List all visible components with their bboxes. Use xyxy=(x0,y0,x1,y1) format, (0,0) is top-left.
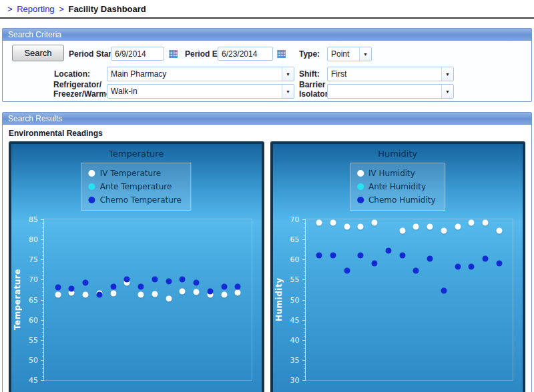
y-tick-label: 85 xyxy=(18,215,38,224)
y-axis-minor-tick xyxy=(42,255,44,256)
y-axis-minor-tick xyxy=(42,243,44,244)
y-axis-minor-tick xyxy=(42,372,44,373)
y-axis-minor-tick xyxy=(304,312,306,313)
y-axis-minor-tick xyxy=(304,287,306,288)
y-axis-minor-tick xyxy=(42,287,44,288)
y-axis-minor-tick xyxy=(304,283,306,284)
y-axis-minor-tick xyxy=(304,352,306,353)
y-axis-minor-tick xyxy=(304,356,306,357)
y-axis-minor-tick xyxy=(304,231,306,232)
y-axis-major-tick xyxy=(302,219,306,220)
y-axis-minor-tick xyxy=(304,227,306,228)
shift-dropdown[interactable]: First ▼ xyxy=(327,67,454,81)
data-point xyxy=(221,283,227,289)
y-axis-minor-tick xyxy=(42,271,44,272)
y-axis-minor-tick xyxy=(304,267,306,268)
y-axis-minor-tick xyxy=(304,364,306,365)
y-axis-minor-tick xyxy=(304,368,306,369)
y-tick-label: 50 xyxy=(18,355,38,364)
temperature-chart: Temperature IV TemperatureAnte Temperatu… xyxy=(9,141,264,392)
y-axis-minor-tick xyxy=(42,328,44,329)
data-point xyxy=(496,260,502,266)
search-criteria-body: Search Period Start: Period End: Type: P… xyxy=(3,41,531,101)
calendar-icon[interactable] xyxy=(276,47,288,59)
search-button[interactable]: Search xyxy=(12,45,64,61)
search-criteria-panel: Search Criteria Search Period Start: Per… xyxy=(2,28,532,102)
legend-item: IV Humidity xyxy=(357,167,436,180)
humidity-chart: Humidity IV HumidityAnte HumidityChemo H… xyxy=(270,141,526,392)
y-tick-label: 35 xyxy=(280,355,300,364)
data-point xyxy=(55,291,61,297)
y-axis-minor-tick xyxy=(304,275,306,276)
chevron-down-icon[interactable]: ▼ xyxy=(282,85,294,98)
calendar-icon[interactable] xyxy=(168,47,180,59)
y-axis-minor-tick xyxy=(42,291,44,292)
type-dropdown[interactable]: Point ▼ xyxy=(327,47,372,61)
y-tick-label: 60 xyxy=(18,315,38,324)
location-dropdown[interactable]: Main Pharmacy ▼ xyxy=(107,67,294,81)
y-axis-major-tick xyxy=(41,300,44,301)
y-tick-label: 45 xyxy=(280,315,300,324)
y-axis-minor-tick xyxy=(42,308,44,309)
y-axis-minor-tick xyxy=(304,344,306,345)
y-axis-major-tick xyxy=(302,380,306,381)
data-point xyxy=(110,284,116,290)
period-end-input[interactable] xyxy=(218,47,273,61)
chevron-down-icon[interactable]: ▼ xyxy=(282,67,294,81)
y-axis-major-tick xyxy=(302,320,306,321)
y-axis-minor-tick xyxy=(42,235,44,236)
barrier-isolator-dropdown[interactable]: ▼ xyxy=(327,84,454,99)
barrier-isolator-label: BarrierIsolator: xyxy=(299,80,330,99)
data-point xyxy=(166,296,172,302)
y-tick-label: 70 xyxy=(18,275,38,284)
legend-label: Ante Temperature xyxy=(100,182,172,191)
data-point xyxy=(330,220,336,226)
y-tick-label: 70 xyxy=(280,215,300,224)
y-axis-minor-tick xyxy=(42,344,44,345)
chevron-down-icon[interactable]: ▼ xyxy=(359,47,371,61)
refrigerator-dropdown[interactable]: Walk-in ▼ xyxy=(107,84,294,99)
chevron-down-icon[interactable]: ▼ xyxy=(441,67,453,81)
y-axis-minor-tick xyxy=(42,223,44,224)
chart-legend: IV HumidityAnte HumidityChemo Humidity xyxy=(350,163,446,211)
data-point xyxy=(83,279,89,285)
y-axis-minor-tick xyxy=(42,295,44,296)
header-divider xyxy=(0,17,534,19)
data-point xyxy=(180,276,186,282)
chevron-down-icon[interactable]: ▼ xyxy=(441,85,453,98)
y-axis-minor-tick xyxy=(304,324,306,325)
data-point xyxy=(358,223,364,229)
y-axis-major-tick xyxy=(302,360,306,361)
data-point xyxy=(316,252,322,258)
period-start-label: Period Start: xyxy=(69,49,117,59)
y-axis-major-tick xyxy=(41,380,44,381)
data-point xyxy=(399,252,405,258)
plot-area: Temperature 455055606570758085 xyxy=(43,219,252,381)
period-start-input[interactable] xyxy=(111,47,164,61)
y-axis-minor-tick xyxy=(42,324,44,325)
y-axis-minor-tick xyxy=(42,356,44,357)
y-axis-minor-tick xyxy=(304,372,306,373)
y-axis-major-tick xyxy=(302,300,306,301)
y-tick-label: 55 xyxy=(280,275,300,284)
data-point xyxy=(469,264,475,270)
y-axis-minor-tick xyxy=(42,263,44,264)
breadcrumb-link-reporting[interactable]: Reporting xyxy=(17,4,54,14)
legend-dot-icon xyxy=(89,197,95,203)
y-axis-major-tick xyxy=(41,239,44,240)
chart-title: Humidity xyxy=(273,149,523,159)
data-point xyxy=(330,252,336,258)
y-axis-minor-tick xyxy=(304,304,306,305)
environmental-readings-heading: Environmental Readings xyxy=(3,125,531,141)
y-axis-minor-tick xyxy=(304,223,306,224)
y-tick-label: 60 xyxy=(280,255,300,264)
data-point xyxy=(413,267,419,273)
search-results-header: Search Results xyxy=(3,113,531,125)
chart-title: Temperature xyxy=(11,149,262,159)
y-axis-minor-tick xyxy=(42,348,44,349)
y-tick-label: 65 xyxy=(18,295,38,304)
y-axis-minor-tick xyxy=(42,275,44,276)
y-axis-minor-tick xyxy=(304,328,306,329)
shift-dropdown-value: First xyxy=(328,69,441,79)
y-axis-minor-tick xyxy=(304,251,306,252)
